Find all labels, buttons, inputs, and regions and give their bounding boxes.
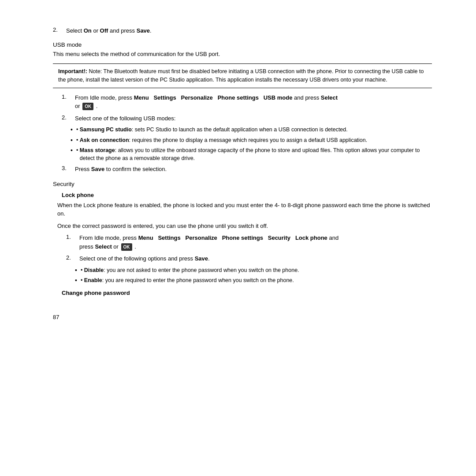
lock-phone-para2: Once the correct password is entered, yo…	[57, 222, 432, 231]
lock-step2-label: 2.	[66, 254, 79, 263]
usb-step1-label: 1.	[62, 93, 75, 111]
usb-step1: 1. From Idle mode, press Menu Settings P…	[62, 93, 432, 111]
usb-step3: 3. Press Save to confirm the selection.	[62, 165, 432, 174]
lock-personalize: Personalize	[186, 234, 217, 241]
lock-phone-heading: Lock phone	[57, 192, 432, 198]
phone-settings-text: Phone settings	[218, 94, 259, 101]
save-confirm: Save	[91, 166, 104, 172]
usb-mode-heading: USB mode	[53, 41, 432, 48]
select-text: Select	[321, 94, 338, 101]
lock-phone-para1: When the Lock phone feature is enabled, …	[57, 201, 432, 218]
change-password-heading: Change phone password	[57, 290, 432, 296]
save-text: Save	[137, 27, 150, 34]
usb-step2: 2. Select one of the following USB modes…	[62, 114, 432, 123]
page-number: 87	[53, 314, 432, 320]
samsung-bold: Samsung PC studio	[80, 126, 132, 133]
disable-bold: Disable	[84, 267, 104, 273]
step2-label: 2.	[53, 26, 66, 35]
bullet-disable: • Disable: you are not asked to enter th…	[75, 267, 432, 275]
usb-step1-text: From Idle mode, press Menu Settings Pers…	[75, 93, 432, 111]
ask-bold: Ask on connection	[80, 137, 129, 143]
lock-select: Select	[95, 243, 112, 250]
lock-step2-text: Select one of the following options and …	[79, 254, 432, 263]
initial-step2: 2. Select On or Off and press Save.	[53, 26, 432, 35]
usb-step3-label: 3.	[62, 165, 75, 174]
enable-bold: Enable	[84, 277, 102, 283]
lock-menu: Menu	[138, 234, 153, 241]
step2-text: Select On or Off and press Save.	[66, 26, 432, 35]
bullet-mass: • Mass storage: allows you to utilize th…	[71, 147, 432, 162]
usb-mode-text: USB mode	[264, 94, 293, 101]
lock-phone-section: Lock phone When the Lock phone feature i…	[53, 192, 432, 296]
lock-phone-settings: Phone settings	[222, 234, 263, 241]
lock-settings: Settings	[158, 234, 180, 241]
usb-step2-label: 2.	[62, 114, 75, 123]
lock-phone-text: Lock phone	[295, 234, 327, 241]
off-text: Off	[100, 27, 108, 34]
bullet-enable: • Enable: you are required to enter the …	[75, 277, 432, 285]
lock-step1-label: 1.	[66, 234, 79, 251]
lock-step2: 2. Select one of the following options a…	[66, 254, 432, 263]
lock-ok-button: OK	[121, 243, 132, 251]
important-box: Important!: Note: The Bluetooth feature …	[53, 63, 432, 88]
lock-step1-text: From Idle mode, press Menu Settings Pers…	[79, 234, 432, 251]
mass-bold: Mass storage	[80, 147, 115, 153]
settings-text: Settings	[153, 94, 176, 101]
lock-step1: 1. From Idle mode, press Menu Settings P…	[66, 234, 432, 251]
usb-bullets: • Samsung PC studio: sets PC Studio to l…	[71, 126, 432, 162]
lock-security: Security	[268, 234, 290, 241]
ok-button: OK	[82, 103, 93, 110]
usb-mode-description: This menu selects the method of communic…	[53, 50, 432, 59]
on-text: On	[84, 27, 92, 34]
usb-mode-section: USB mode This menu selects the method of…	[53, 41, 432, 59]
lock-save: Save	[195, 255, 208, 262]
personalize-text: Personalize	[181, 94, 213, 101]
bullet-ask: • Ask on connection: requires the phone …	[71, 137, 432, 145]
usb-step3-text: Press Save to confirm the selection.	[75, 165, 432, 174]
important-text: Note: The Bluetooth feature must first b…	[58, 68, 424, 83]
lock-phone-steps: 1. From Idle mode, press Menu Settings P…	[66, 234, 432, 285]
security-heading: Security	[53, 181, 432, 187]
security-section: Security Lock phone When the Lock phone …	[53, 181, 432, 296]
important-label: Important!:	[58, 68, 87, 74]
usb-step2-text: Select one of the following USB modes:	[75, 114, 432, 123]
lock-bullets: • Disable: you are not asked to enter th…	[75, 267, 432, 285]
usb-steps: 1. From Idle mode, press Menu Settings P…	[62, 93, 432, 174]
menu-text: Menu	[134, 94, 149, 101]
bullet-samsung: • Samsung PC studio: sets PC Studio to l…	[71, 126, 432, 134]
